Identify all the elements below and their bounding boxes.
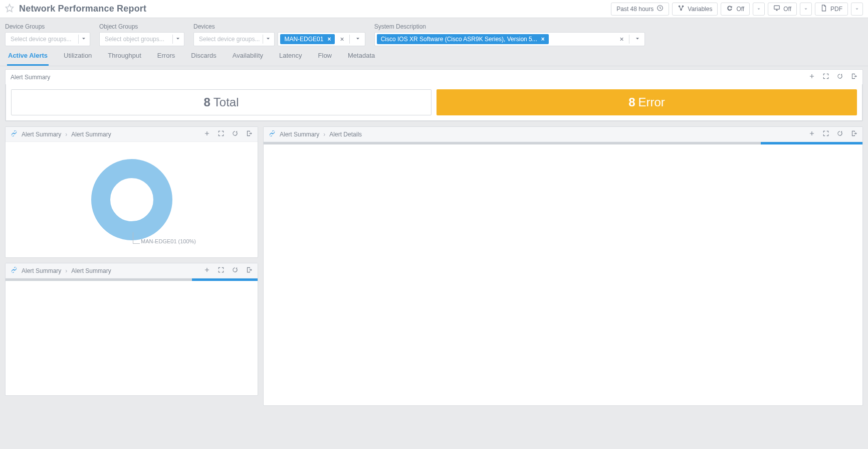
error-card[interactable]: 8 Error bbox=[437, 89, 857, 115]
tab-utilization[interactable]: Utilization bbox=[63, 48, 93, 66]
loading-left-crumb1[interactable]: Alert Summary bbox=[22, 267, 61, 274]
auto-refresh-caret[interactable] bbox=[753, 3, 765, 16]
pdf-caret[interactable] bbox=[851, 3, 863, 16]
link-icon bbox=[11, 266, 18, 275]
device-chip[interactable]: MAN-EDGE01 × bbox=[280, 34, 335, 44]
summary-cards: 8 Total 8 Error bbox=[6, 84, 862, 121]
loading-left-crumb2: Alert Summary bbox=[71, 267, 111, 274]
export-icon[interactable] bbox=[850, 73, 857, 81]
device-groups-filter: Device Groups Select device groups... bbox=[5, 23, 90, 46]
variables-label: Variables bbox=[688, 6, 712, 13]
total-count: 8 bbox=[203, 95, 210, 109]
alert-summary-title: Alert Summary bbox=[11, 74, 50, 81]
presentation-button[interactable]: Off bbox=[768, 3, 797, 16]
donut-panel-header: Alert Summary › Alert Summary bbox=[6, 127, 258, 142]
devices-filter: Devices Select device groups... MAN-EDGE… bbox=[193, 23, 365, 46]
tab-latency[interactable]: Latency bbox=[278, 48, 303, 66]
chevron-down-icon bbox=[175, 36, 181, 43]
loading-panel-left-header: Alert Summary › Alert Summary bbox=[6, 263, 258, 278]
donut-chart[interactable]: MAN-EDGE01 (100%) bbox=[6, 142, 258, 257]
chevron-down-icon bbox=[265, 36, 271, 43]
details-panel: Alert Summary › Alert Details bbox=[263, 126, 863, 406]
chevron-right-icon: › bbox=[323, 131, 325, 138]
chevron-down-icon bbox=[81, 36, 87, 43]
star-icon[interactable] bbox=[5, 4, 14, 14]
variables-button[interactable]: Variables bbox=[672, 3, 718, 16]
export-icon[interactable] bbox=[850, 130, 857, 138]
chevron-right-icon: › bbox=[65, 131, 67, 138]
auto-refresh-label: Off bbox=[736, 6, 744, 13]
clock-icon bbox=[657, 5, 664, 13]
auto-refresh-button[interactable]: Off bbox=[721, 3, 750, 16]
tab-discards[interactable]: Discards bbox=[190, 48, 218, 66]
system-description-chip[interactable]: Cisco IOS XR Software (Cisco ASR9K Serie… bbox=[377, 34, 549, 44]
pdf-icon bbox=[820, 5, 827, 13]
tab-throughput[interactable]: Throughput bbox=[107, 48, 142, 66]
object-groups-placeholder: Select object groups... bbox=[105, 36, 164, 43]
expand-icon[interactable] bbox=[822, 130, 829, 138]
object-groups-filter: Object Groups Select object groups... bbox=[99, 23, 184, 46]
system-description-label: System Description bbox=[374, 23, 645, 30]
tab-flow[interactable]: Flow bbox=[317, 48, 333, 66]
export-icon[interactable] bbox=[246, 130, 253, 138]
expand-icon[interactable] bbox=[822, 73, 829, 81]
tab-metadata[interactable]: Metadata bbox=[347, 48, 376, 66]
devices-clear[interactable]: × bbox=[338, 35, 346, 43]
progress-bar bbox=[6, 278, 258, 281]
system-description-chip-label: Cisco IOS XR Software (Cisco ASR9K Serie… bbox=[381, 36, 537, 43]
expand-icon[interactable] bbox=[218, 130, 225, 138]
refresh-icon[interactable] bbox=[232, 266, 239, 275]
total-card[interactable]: 8 Total bbox=[11, 89, 431, 115]
details-panel-body bbox=[264, 144, 862, 405]
devices-chip-box[interactable]: MAN-EDGE01 × × bbox=[278, 32, 365, 46]
add-icon[interactable] bbox=[808, 73, 815, 81]
lower-grid: Alert Summary › Alert Summary bbox=[5, 126, 863, 406]
add-icon[interactable] bbox=[808, 130, 815, 138]
system-description-filter: System Description Cisco IOS XR Software… bbox=[374, 23, 645, 46]
presentation-label: Off bbox=[783, 6, 791, 13]
chevron-right-icon: › bbox=[65, 267, 67, 274]
details-crumb1[interactable]: Alert Summary bbox=[280, 131, 319, 138]
export-icon[interactable] bbox=[246, 266, 253, 275]
time-range-button[interactable]: Past 48 hours bbox=[611, 3, 669, 16]
svg-point-6 bbox=[101, 169, 163, 231]
donut-crumb1[interactable]: Alert Summary bbox=[22, 131, 61, 138]
system-description-chip-box[interactable]: Cisco IOS XR Software (Cisco ASR9K Serie… bbox=[374, 32, 645, 46]
pdf-label: PDF bbox=[830, 6, 842, 13]
devices-placeholder: Select device groups... bbox=[199, 36, 260, 43]
alert-summary-panel: Alert Summary 8 Total 8 Error bbox=[5, 69, 863, 121]
donut-panel: Alert Summary › Alert Summary bbox=[5, 126, 258, 258]
content: Alert Summary 8 Total 8 Error bbox=[0, 66, 868, 411]
chevron-down-icon[interactable] bbox=[353, 36, 363, 43]
chevron-down-icon[interactable] bbox=[632, 36, 642, 43]
device-chip-label: MAN-EDGE01 bbox=[284, 36, 323, 43]
refresh-icon[interactable] bbox=[232, 130, 239, 138]
object-groups-select[interactable]: Select object groups... bbox=[99, 32, 184, 46]
refresh-icon[interactable] bbox=[836, 73, 843, 81]
device-groups-placeholder: Select device groups... bbox=[11, 36, 71, 43]
link-icon bbox=[269, 130, 276, 138]
device-chip-remove[interactable]: × bbox=[327, 36, 331, 43]
alert-summary-header: Alert Summary bbox=[6, 70, 862, 84]
page-title: Network Performance Report bbox=[19, 4, 146, 14]
tabs: Active Alerts Utilization Throughput Err… bbox=[0, 49, 868, 66]
system-description-clear[interactable]: × bbox=[617, 35, 625, 43]
topbar-left: Network Performance Report bbox=[5, 4, 146, 14]
devices-select[interactable]: Select device groups... bbox=[193, 32, 275, 46]
pdf-button[interactable]: PDF bbox=[815, 3, 848, 16]
tab-availability[interactable]: Availability bbox=[232, 48, 264, 66]
details-crumb2: Alert Details bbox=[329, 131, 362, 138]
loading-panel-left: Alert Summary › Alert Summary bbox=[5, 263, 258, 396]
refresh-icon[interactable] bbox=[836, 130, 843, 138]
progress-bar bbox=[264, 142, 862, 144]
add-icon[interactable] bbox=[203, 266, 210, 275]
presentation-caret[interactable] bbox=[800, 3, 812, 16]
system-description-chip-remove[interactable]: × bbox=[541, 36, 545, 43]
add-icon[interactable] bbox=[203, 130, 210, 138]
device-groups-select[interactable]: Select device groups... bbox=[5, 32, 90, 46]
expand-icon[interactable] bbox=[218, 266, 225, 275]
svg-rect-5 bbox=[774, 6, 780, 9]
tab-active-alerts[interactable]: Active Alerts bbox=[7, 48, 49, 66]
tab-errors[interactable]: Errors bbox=[156, 48, 176, 66]
object-groups-label: Object Groups bbox=[99, 23, 184, 30]
